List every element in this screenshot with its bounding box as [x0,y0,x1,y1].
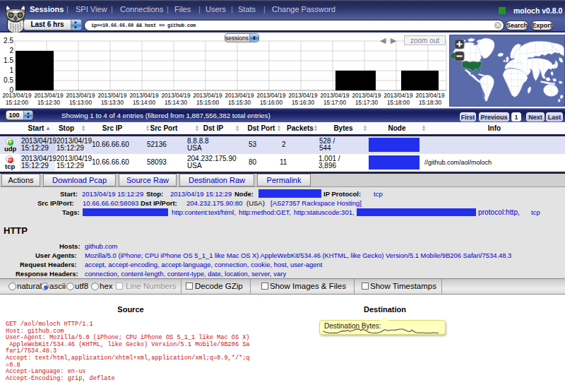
svg-text:2.5: 2.5 [4,37,13,44]
svg-text:2013/04/19: 2013/04/19 [289,93,318,99]
svg-text:2013/04/19: 2013/04/19 [384,93,413,99]
svg-text:1: 1 [9,66,13,74]
svg-text:15:14:30: 15:14:30 [165,100,187,106]
svg-text:15:14:00: 15:14:00 [133,100,155,106]
svg-text:2013/04/19: 2013/04/19 [66,93,95,99]
svg-text:15:18:30: 15:18:30 [419,100,441,106]
svg-text:0.5: 0.5 [4,76,13,84]
svg-text:15:13:30: 15:13:30 [101,100,124,106]
svg-text:2013/04/19: 2013/04/19 [162,93,191,99]
svg-text:2013/04/19: 2013/04/19 [35,93,64,99]
svg-text:2013/04/19: 2013/04/19 [3,93,32,99]
svg-text:2013/04/19: 2013/04/19 [98,93,127,99]
svg-text:15:12:30: 15:12:30 [37,100,60,106]
svg-text:15:16:30: 15:16:30 [292,100,314,106]
svg-text:2013/04/19: 2013/04/19 [352,93,381,99]
svg-text:2013/04/19: 2013/04/19 [225,93,254,99]
svg-text:1.5: 1.5 [4,57,13,64]
svg-text:15:18:00: 15:18:00 [387,100,410,106]
svg-text:15:17:00: 15:17:00 [323,100,346,106]
svg-text:2013/04/19: 2013/04/19 [321,93,350,99]
svg-text:2: 2 [9,47,13,54]
svg-text:2013/04/19: 2013/04/19 [130,93,159,99]
svg-text:2013/04/19: 2013/04/19 [257,93,286,99]
svg-text:15:17:30: 15:17:30 [355,100,378,106]
svg-text:15:13:00: 15:13:00 [69,100,92,106]
svg-text:15:16:00: 15:16:00 [260,100,282,106]
svg-text:15:12:00: 15:12:00 [6,100,28,106]
svg-text:15:15:00: 15:15:00 [196,100,219,106]
svg-text:2013/04/19: 2013/04/19 [416,93,445,99]
svg-text:2013/04/19: 2013/04/19 [194,93,222,99]
svg-text:15:15:30: 15:15:30 [228,100,251,106]
